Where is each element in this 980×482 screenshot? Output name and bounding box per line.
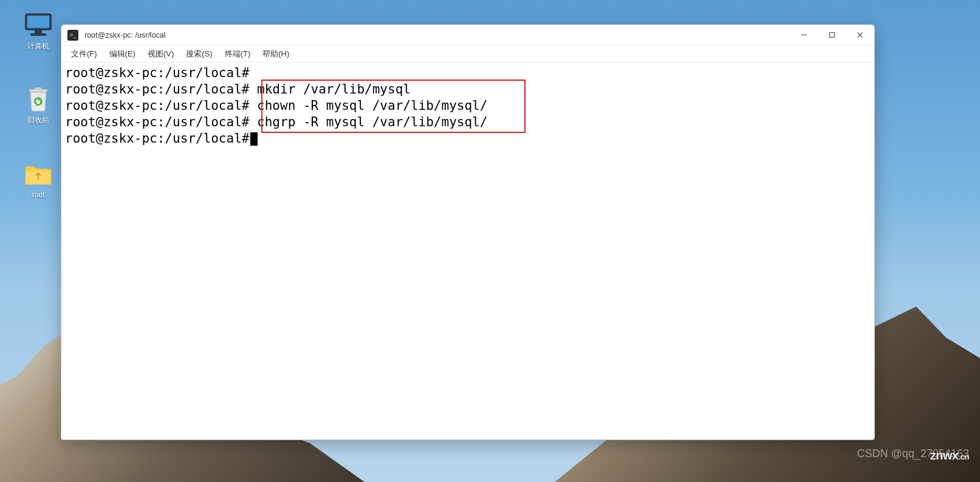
desktop-icon-root-folder[interactable]: root — [16, 161, 61, 199]
desktop-icon-label: root — [16, 191, 61, 199]
terminal-line: root@zskx-pc:/usr/local# chgrp -R mysql … — [65, 114, 871, 131]
terminal-body[interactable]: root@zskx-pc:/usr/local# root@zskx-pc:/u… — [61, 63, 874, 440]
titlebar[interactable]: >_ root@zskx-pc: /usr/local — [61, 25, 874, 46]
menu-edit[interactable]: 编辑(E) — [103, 46, 142, 62]
svg-rect-1 — [27, 16, 49, 28]
svg-rect-5 — [35, 87, 41, 90]
folder-icon — [24, 161, 53, 187]
terminal-app-icon: >_ — [67, 30, 78, 41]
svg-rect-2 — [35, 30, 42, 33]
close-button[interactable] — [851, 27, 868, 44]
window-title: root@zskx-pc: /usr/local — [84, 31, 795, 39]
window-controls — [795, 27, 868, 44]
monitor-icon — [24, 12, 53, 38]
terminal-line: root@zskx-pc:/usr/local# mkdir /var/lib/… — [65, 81, 871, 98]
desktop-icon-label: 回收站 — [16, 115, 61, 126]
svg-rect-8 — [829, 33, 834, 38]
terminal-line: root@zskx-pc:/usr/local# chown -R mysql … — [65, 98, 871, 114]
desktop-icon-label: 计算机 — [16, 41, 61, 52]
menu-view[interactable]: 视图(V) — [142, 46, 180, 62]
svg-rect-3 — [30, 33, 46, 36]
terminal-window: >_ root@zskx-pc: /usr/local 文件(F) 编辑(E) … — [61, 24, 875, 440]
menubar: 文件(F) 编辑(E) 视图(V) 搜索(S) 终端(T) 帮助(H) — [61, 46, 874, 63]
menu-file[interactable]: 文件(F) — [65, 46, 103, 62]
desktop-icon-trash[interactable]: 回收站 — [16, 86, 61, 126]
maximize-button[interactable] — [823, 27, 840, 44]
terminal-line: root@zskx-pc:/usr/local# — [65, 65, 871, 81]
menu-search[interactable]: 搜索(S) — [180, 46, 218, 62]
watermark-znwx: znwx.cn — [930, 449, 969, 463]
trash-icon — [24, 86, 53, 112]
cursor-icon — [250, 132, 258, 146]
menu-terminal[interactable]: 终端(T) — [219, 46, 257, 62]
terminal-line: root@zskx-pc:/usr/local# — [65, 131, 871, 147]
menu-help[interactable]: 帮助(H) — [256, 46, 295, 62]
desktop-icon-computer[interactable]: 计算机 — [16, 12, 61, 52]
minimize-button[interactable] — [795, 27, 812, 44]
